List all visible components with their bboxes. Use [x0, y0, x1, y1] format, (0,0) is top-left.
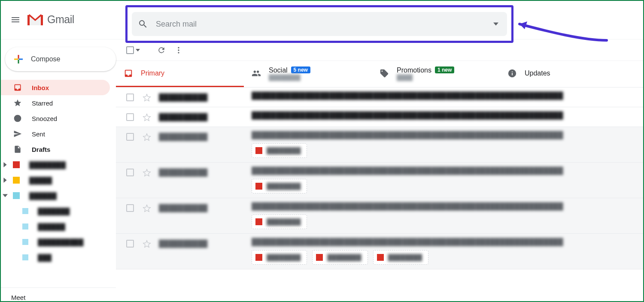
sidebar-item-snoozed[interactable]: Snoozed: [0, 111, 110, 126]
tab-promotions[interactable]: Promotions 1 new ████: [372, 61, 500, 87]
svg-rect-4: [14, 59, 18, 60]
tab-primary[interactable]: Primary: [116, 61, 244, 87]
svg-point-7: [178, 49, 179, 51]
attachment-name: ████████: [267, 183, 301, 190]
file-icon: [13, 145, 22, 154]
tab-badge: 1 new: [435, 66, 454, 73]
select-all-checkbox[interactable]: [126, 46, 140, 54]
row-checkbox[interactable]: [126, 169, 134, 176]
gmail-logo[interactable]: Gmail: [27, 13, 74, 26]
search-input[interactable]: [156, 20, 491, 29]
mail-row[interactable]: ████████████████████████████████████████…: [116, 198, 644, 234]
row-subject: ████████████████████████████████████████…: [252, 112, 640, 119]
search-options-dropdown[interactable]: [491, 19, 501, 29]
row-checkbox[interactable]: [126, 240, 134, 248]
row-subject: ████████████████████████████████████████…: [252, 167, 640, 175]
mail-row[interactable]: ████████████████████████████████████████…: [116, 127, 644, 163]
attachment-chips: ████████: [252, 143, 640, 158]
header: Gmail: [0, 0, 644, 39]
tab-label: Social: [269, 66, 288, 74]
row-star[interactable]: [143, 113, 151, 122]
row-star[interactable]: [143, 204, 151, 213]
row-star[interactable]: [143, 240, 151, 248]
attachment-chip[interactable]: ████████: [252, 179, 307, 193]
select-dropdown[interactable]: [136, 46, 140, 54]
attachment-chip[interactable]: ████████: [252, 214, 307, 229]
row-checkbox[interactable]: [126, 204, 134, 212]
sidebar-item-inbox[interactable]: Inbox: [0, 80, 110, 95]
attachment-chip[interactable]: ████████: [373, 250, 428, 265]
label-color-icon: [22, 208, 28, 214]
sidebar-label-text: █████: [29, 177, 52, 184]
gmail-m-icon: [27, 14, 43, 25]
attachment-icon: [255, 254, 262, 261]
attachment-chip[interactable]: ████████: [252, 250, 307, 265]
search-bar[interactable]: [132, 12, 507, 36]
sidebar-sublabel-item[interactable]: ███████: [0, 203, 110, 219]
attachment-name: ████████: [267, 218, 301, 225]
row-sender: ██████████: [159, 204, 252, 212]
send-icon: [13, 129, 22, 139]
mail-row[interactable]: ████████████████████████████████████████…: [116, 234, 644, 269]
tab-social[interactable]: Social 5 new ████████: [244, 61, 372, 87]
sidebar-label-item[interactable]: ████████: [0, 157, 110, 172]
checkbox-icon: [126, 46, 134, 54]
attachment-chips: ████████████████████████: [252, 250, 640, 265]
chevron-right-icon: [3, 178, 8, 183]
sidebar-item-starred[interactable]: Starred: [0, 95, 110, 111]
row-star[interactable]: [143, 133, 151, 142]
main-menu-button[interactable]: [5, 9, 26, 30]
svg-point-6: [178, 47, 179, 48]
sidebar-item-sent[interactable]: Sent: [0, 126, 110, 142]
row-star[interactable]: [143, 94, 151, 102]
svg-rect-5: [19, 59, 23, 60]
row-subject: ████████████████████████████████████████…: [252, 131, 640, 139]
mail-row[interactable]: ████████████████████████████████████████…: [116, 107, 644, 127]
svg-rect-2: [18, 55, 19, 59]
search-highlight-box: [125, 5, 513, 43]
sidebar-sublabel-item[interactable]: ███: [0, 250, 110, 265]
row-sender: ██████████: [159, 94, 252, 101]
mail-row[interactable]: ████████████████████████████████████████…: [116, 88, 644, 107]
sidebar-sublabel-item[interactable]: ██████████: [0, 234, 110, 250]
tag-icon: [380, 69, 389, 78]
svg-rect-0: [27, 15, 30, 25]
label-color-icon: [13, 177, 20, 184]
search-icon: [138, 19, 148, 29]
tab-subtext: ████: [397, 74, 454, 81]
clock-icon: [13, 114, 22, 123]
sidebar-label-text: ██████: [29, 192, 57, 199]
plus-icon: [13, 54, 24, 65]
refresh-button[interactable]: [153, 42, 170, 59]
tab-label: Updates: [525, 69, 550, 77]
sidebar-item-drafts[interactable]: Drafts: [0, 142, 110, 157]
row-subject: ████████████████████████████████████████…: [252, 202, 640, 210]
compose-button[interactable]: Compose: [5, 47, 116, 71]
tab-label: Primary: [141, 69, 164, 77]
category-tabs: Primary Social 5 new ████████ Promotions: [116, 61, 644, 88]
sidebar-label-item[interactable]: ██████: [0, 188, 110, 203]
row-checkbox[interactable]: [126, 133, 134, 141]
inbox-icon: [13, 83, 22, 92]
sidebar-label-item[interactable]: █████: [0, 172, 110, 188]
mail-row[interactable]: ████████████████████████████████████████…: [116, 163, 644, 198]
row-checkbox[interactable]: [126, 113, 134, 121]
attachment-chip[interactable]: ████████: [252, 143, 307, 158]
row-star[interactable]: [143, 169, 151, 177]
attachment-chip[interactable]: ████████: [312, 250, 368, 265]
tab-badge: 5 new: [291, 66, 310, 73]
attachment-chips: ████████: [252, 179, 640, 193]
svg-point-8: [178, 52, 179, 53]
sidebar-label-text: ███: [38, 254, 52, 261]
info-icon: [507, 69, 517, 78]
row-subject: ████████████████████████████████████████…: [252, 238, 640, 246]
sidebar-label-text: ███████: [38, 208, 70, 215]
row-checkbox[interactable]: [126, 94, 134, 101]
refresh-icon: [157, 46, 166, 54]
chevron-right-icon: [3, 162, 8, 167]
more-button[interactable]: [170, 42, 187, 59]
sidebar-label-text: ██████████: [38, 239, 83, 246]
sidebar-sublabel-item[interactable]: ██████: [0, 219, 110, 234]
sidebar-nav: Inbox Starred Snoozed Sent Drafts: [0, 80, 116, 265]
tab-updates[interactable]: Updates: [500, 61, 611, 87]
